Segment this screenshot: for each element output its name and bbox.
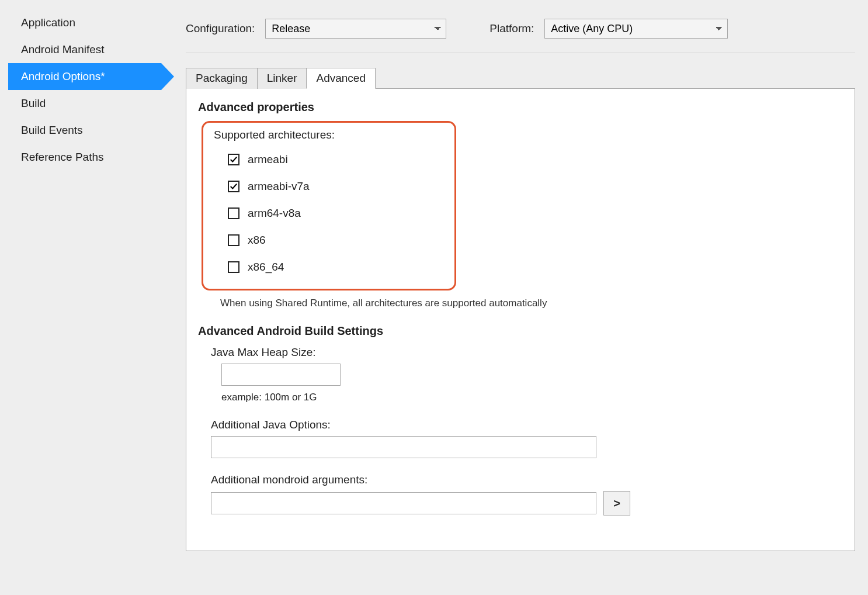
- section-advanced-properties: Advanced properties: [198, 101, 843, 114]
- sidebar: Application Android Manifest Android Opt…: [8, 7, 161, 551]
- arch-label-armeabi: armeabi: [248, 153, 288, 166]
- sidebar-item-build[interactable]: Build: [8, 90, 161, 117]
- java-max-heap-input[interactable]: [221, 364, 341, 386]
- sidebar-item-reference-paths[interactable]: Reference Paths: [8, 144, 161, 171]
- arch-label-x86-64: x86_64: [248, 261, 284, 274]
- sidebar-item-application[interactable]: Application: [8, 9, 161, 36]
- configuration-select[interactable]: Release: [265, 19, 446, 39]
- tab-linker[interactable]: Linker: [257, 68, 307, 89]
- checkbox-x86[interactable]: [228, 234, 239, 246]
- architectures-hint: When using Shared Runtime, all architect…: [220, 298, 843, 309]
- java-max-heap-example: example: 100m or 1G: [221, 392, 843, 403]
- configuration-label: Configuration:: [186, 22, 255, 35]
- additional-java-options-label: Additional Java Options:: [211, 418, 843, 431]
- additional-mondroid-input[interactable]: [211, 492, 596, 514]
- supported-architectures-group: Supported architectures: armeabi armeabi…: [202, 121, 456, 290]
- arch-label-armeabi-v7a: armeabi-v7a: [248, 180, 310, 193]
- main-panel: Configuration: Release Platform: Active …: [161, 7, 860, 551]
- tab-packaging[interactable]: Packaging: [186, 68, 258, 89]
- checkbox-x86-64[interactable]: [228, 261, 239, 273]
- additional-java-options-input[interactable]: [211, 436, 596, 458]
- sidebar-item-android-options[interactable]: Android Options*: [8, 63, 161, 90]
- section-advanced-android-build: Advanced Android Build Settings: [198, 324, 843, 338]
- arch-label-x86: x86: [248, 234, 266, 247]
- tab-body-advanced: Advanced properties Supported architectu…: [186, 88, 855, 551]
- sidebar-item-build-events[interactable]: Build Events: [8, 117, 161, 144]
- java-max-heap-label: Java Max Heap Size:: [211, 346, 843, 359]
- tabs-row: Packaging Linker Advanced: [186, 67, 855, 88]
- mondroid-more-button[interactable]: >: [603, 491, 630, 516]
- additional-mondroid-label: Additional mondroid arguments:: [211, 473, 843, 486]
- top-row: Configuration: Release Platform: Active …: [186, 7, 855, 53]
- supported-architectures-label: Supported architectures:: [214, 129, 443, 141]
- sidebar-item-android-manifest[interactable]: Android Manifest: [8, 36, 161, 63]
- checkbox-armeabi-v7a[interactable]: [228, 181, 239, 192]
- arch-label-arm64-v8a: arm64-v8a: [248, 207, 301, 220]
- platform-label: Platform:: [489, 22, 534, 35]
- tab-advanced[interactable]: Advanced: [306, 68, 376, 89]
- platform-select[interactable]: Active (Any CPU): [544, 19, 728, 39]
- checkbox-armeabi[interactable]: [228, 154, 239, 165]
- checkbox-arm64-v8a[interactable]: [228, 207, 239, 219]
